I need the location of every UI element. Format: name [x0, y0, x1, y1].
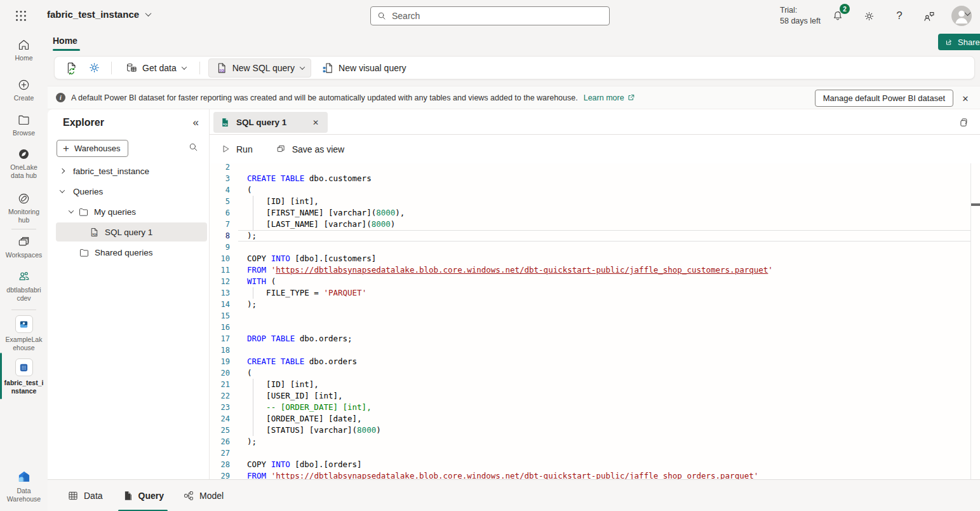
run-button[interactable]: Run [221, 144, 253, 154]
code-line[interactable]: 16 [210, 322, 980, 333]
code-line[interactable]: 29FROM 'https://dbtlabsynapsedatalake.bl… [210, 470, 980, 479]
code-line[interactable]: 28COPY INTO [dbo].[orders] [210, 459, 980, 470]
main-content: Explorer « + Warehouses fabric_test_inst… [48, 109, 980, 480]
workspace-switcher[interactable]: fabric_test_instance [47, 9, 151, 20]
code-line[interactable]: 14); [210, 299, 980, 310]
code-line[interactable]: 22 [USER_ID] [int], [210, 390, 980, 402]
global-search[interactable] [370, 6, 610, 25]
gear-icon [88, 61, 101, 74]
tab-sql-query-1[interactable]: SQL SQL query 1 ✕ [213, 112, 328, 133]
run-label: Run [236, 144, 253, 154]
svg-text:SQL: SQL [219, 69, 225, 72]
indent-guide [253, 196, 253, 207]
add-warehouses-button[interactable]: + Warehouses [57, 140, 128, 157]
nav-item-workspace-dbtlabsfabricdev[interactable]: dbtlabsfabri cdev [0, 269, 48, 303]
line-number: 8 [210, 230, 238, 242]
nav-item-fabric-test-instance[interactable]: fabric_test_i nstance [0, 358, 48, 395]
help-button[interactable]: ? [891, 8, 908, 24]
tab-model[interactable]: Model [179, 488, 227, 503]
tree-item-queries[interactable]: Queries [56, 182, 207, 201]
code-text: [STATUS] [varchar](8000) [238, 425, 381, 436]
nav-item-workspaces[interactable]: Workspaces [0, 235, 48, 259]
line-number: 14 [210, 299, 238, 310]
sql-file-icon: SQL [215, 62, 228, 74]
code-text: DROP TABLE dbo.orders; [238, 333, 352, 344]
sql-code-editor[interactable]: 23CREATE TABLE dbo.customers4(5 [ID] [in… [210, 163, 980, 479]
nav-item-browse[interactable]: Browse [0, 113, 48, 137]
code-text: [ORDER_DATE] [date], [238, 413, 362, 425]
explorer-search-button[interactable] [188, 142, 199, 153]
code-line[interactable]: 8); [210, 230, 980, 242]
search-input[interactable] [392, 11, 603, 21]
code-line[interactable]: 17DROP TABLE dbo.orders; [210, 333, 980, 344]
query-settings-button[interactable] [85, 59, 103, 77]
code-line[interactable]: 21 [ID] [int], [210, 379, 980, 390]
code-line[interactable]: 19CREATE TABLE dbo.orders [210, 356, 980, 367]
line-number: 23 [210, 402, 238, 413]
sql-file-icon: SQL [220, 117, 231, 128]
code-line[interactable]: 26); [210, 436, 980, 447]
active-tab-underline [53, 49, 80, 51]
code-line[interactable]: 24 [ORDER_DATE] [date], [210, 413, 980, 425]
code-text [238, 163, 247, 173]
code-line[interactable]: 5 [ID] [int], [210, 196, 980, 207]
search-icon [188, 142, 199, 153]
code-line[interactable]: 15 [210, 310, 980, 322]
tree-item-sql-query-1[interactable]: SQL SQL query 1 [56, 222, 207, 242]
tree-item-shared-queries[interactable]: Shared queries [56, 243, 207, 262]
nav-item-monitoring-hub[interactable]: Monitoring hub [0, 192, 48, 224]
tree-item-warehouse[interactable]: fabric_test_instance [56, 161, 207, 181]
manage-dataset-button[interactable]: Manage default Power BI dataset [815, 90, 953, 107]
code-line[interactable]: 10COPY INTO [dbo].[customers] [210, 253, 980, 264]
code-text [238, 242, 247, 253]
code-line[interactable]: 7 [LAST_NAME] [varchar](8000) [210, 219, 980, 230]
code-line[interactable]: 23 -- [ORDER_DATE] [int], [210, 402, 980, 413]
nav-item-create[interactable]: Create [0, 78, 48, 102]
banner-close-button[interactable]: ✕ [958, 92, 972, 106]
learn-more-link[interactable]: Learn more [584, 93, 635, 102]
share-button[interactable]: Share [938, 34, 980, 50]
code-line[interactable]: 4( [210, 184, 980, 196]
search-icon [377, 11, 387, 21]
code-text: ); [238, 436, 257, 447]
close-icon: ✕ [962, 94, 969, 104]
app-launcher-icon[interactable] [14, 9, 28, 23]
feedback-button[interactable] [920, 8, 937, 24]
editor-scroll-marker[interactable] [971, 203, 980, 206]
code-line[interactable]: 20( [210, 367, 980, 379]
code-line[interactable]: 3CREATE TABLE dbo.customers [210, 173, 980, 184]
new-query-refresh-button[interactable] [62, 59, 80, 77]
code-line[interactable]: 25 [STATUS] [varchar](8000) [210, 425, 980, 436]
collapse-panel-button[interactable]: « [193, 116, 199, 129]
tree-item-my-queries[interactable]: My queries [56, 202, 207, 221]
tab-query[interactable]: Query [118, 488, 168, 503]
new-sql-query-button[interactable]: SQL New SQL query [208, 58, 311, 78]
code-line[interactable]: 11FROM 'https://dbtlabsynapsedatalake.bl… [210, 264, 980, 276]
tab-home[interactable]: Home [53, 36, 77, 46]
ribbon-collapse-button[interactable] [965, 8, 970, 18]
code-line[interactable]: 18 [210, 344, 980, 356]
code-line[interactable]: 12WITH ( [210, 276, 980, 287]
code-line[interactable]: 6 [FIRST_NAME] [varchar](8000), [210, 207, 980, 219]
nav-item-examplelakehouse[interactable]: ExampleLak ehouse [0, 315, 48, 352]
chevron-down-icon [181, 64, 186, 69]
save-as-view-button[interactable]: Save as view [276, 144, 344, 154]
code-line[interactable]: 13 FILE_TYPE = 'PARQUET' [210, 287, 980, 299]
new-visual-query-button[interactable]: New visual query [316, 59, 412, 77]
code-line[interactable]: 9 [210, 242, 980, 253]
get-data-label: Get data [142, 63, 177, 73]
line-number: 15 [210, 310, 238, 322]
settings-button[interactable] [861, 8, 877, 24]
close-icon[interactable]: ✕ [310, 117, 321, 128]
line-number: 4 [210, 184, 238, 196]
model-diagram-icon [183, 490, 194, 501]
tab-data[interactable]: Data [64, 488, 107, 503]
code-line[interactable]: 27 [210, 447, 980, 459]
code-line[interactable]: 2 [210, 163, 980, 173]
copy-button[interactable] [956, 115, 971, 130]
nav-item-home[interactable]: Home [0, 38, 48, 62]
get-data-button[interactable]: Get data [120, 59, 191, 77]
nav-item-data-warehouse[interactable]: Data Warehouse [0, 469, 48, 503]
nav-item-onelake-data-hub[interactable]: OneLake data hub [0, 147, 48, 180]
sql-file-icon: SQL [89, 227, 100, 238]
